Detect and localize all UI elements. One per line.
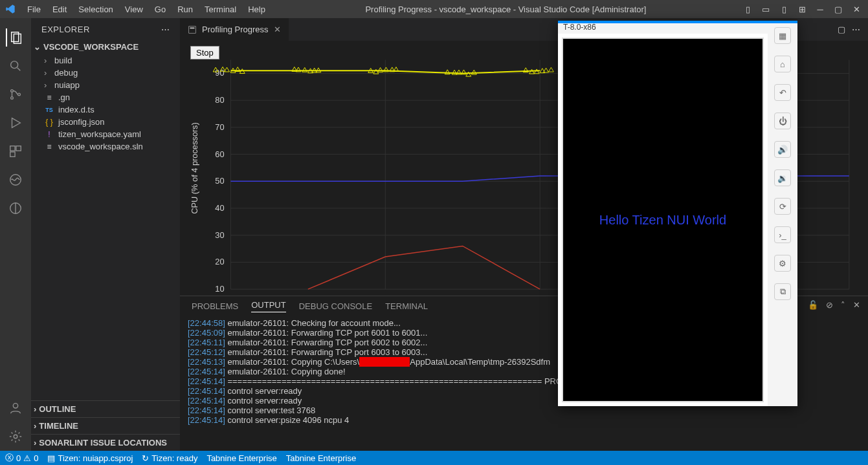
- status-tabnine-1[interactable]: Tabnine Enterprise: [206, 453, 276, 463]
- split-editor-icon[interactable]: ▢: [838, 25, 845, 34]
- clear-icon[interactable]: ⊘: [826, 300, 833, 310]
- activity-bar: [0, 18, 31, 451]
- status-tizen-project[interactable]: ▤ Tizen: nuiapp.csproj: [47, 453, 133, 463]
- panel-tab-output[interactable]: OUTPUT: [251, 300, 285, 312]
- file-item[interactable]: { }jsconfig.json: [31, 116, 180, 128]
- rotate-icon[interactable]: ⟳: [774, 198, 791, 215]
- outline-section[interactable]: OUTLINE: [31, 400, 180, 417]
- volume-down-icon[interactable]: 🔉: [774, 169, 791, 186]
- minimize-icon[interactable]: ─: [814, 3, 827, 16]
- menu-edit[interactable]: Edit: [47, 2, 72, 17]
- file-label: vscode_workspace.sln: [58, 142, 143, 151]
- sidebar: EXPLORER ⋯ VSCODE_WORKSPACE ›build ›debu…: [31, 18, 180, 451]
- section-label: OUTLINE: [39, 404, 76, 414]
- extensions-icon[interactable]: [6, 142, 25, 160]
- status-bar: ⓧ 0 ⚠ 0 ▤ Tizen: nuiapp.csproj ↻ Tizen: …: [0, 451, 868, 465]
- close-icon[interactable]: ✕: [853, 300, 860, 310]
- emulator-window[interactable]: T-8.0-x86 Hello Tizen NUI World ▦ ⌂ ↶ ⏻ …: [558, 21, 797, 406]
- layout-toggle-left-icon[interactable]: ▯: [741, 3, 754, 16]
- section-label: SONARLINT ISSUE LOCATIONS: [39, 438, 167, 448]
- menu-run[interactable]: Run: [172, 2, 198, 17]
- run-debug-icon[interactable]: [6, 114, 25, 132]
- main-menu: File Edit Selection View Go Run Terminal…: [22, 2, 271, 17]
- panel-tab-problems[interactable]: PROBLEMS: [192, 301, 238, 311]
- maximize-icon[interactable]: ▢: [832, 3, 845, 16]
- file-icon: ≡: [44, 93, 54, 102]
- search-icon[interactable]: [6, 57, 25, 75]
- chevron-right-icon: [34, 438, 36, 448]
- tab-label: Profiling Progress: [202, 25, 269, 34]
- menu-selection[interactable]: Selection: [73, 2, 118, 17]
- error-count: 0: [16, 453, 21, 463]
- yaml-icon: !: [44, 130, 54, 139]
- account-icon[interactable]: [6, 399, 25, 417]
- sonarlint-section[interactable]: SONARLINT ISSUE LOCATIONS: [31, 434, 180, 451]
- svg-point-12: [14, 435, 17, 438]
- volume-up-icon[interactable]: 🔊: [774, 141, 791, 158]
- svg-rect-14: [190, 27, 195, 28]
- panel-tab-terminal[interactable]: TERMINAL: [385, 301, 428, 311]
- timeline-section[interactable]: TIMELINE: [31, 417, 180, 434]
- file-label: nuiapp: [54, 80, 80, 90]
- svg-point-3: [11, 90, 14, 92]
- chevron-right-icon: ›: [44, 68, 50, 78]
- tizen-icon[interactable]: [6, 199, 25, 217]
- home-icon[interactable]: ⌂: [774, 56, 791, 72]
- controls-icon[interactable]: ⚙: [774, 255, 791, 272]
- status-errors[interactable]: ⓧ 0 ⚠ 0: [5, 452, 38, 464]
- explorer-icon[interactable]: [6, 28, 24, 47]
- workspace-section[interactable]: VSCODE_WORKSPACE: [31, 41, 180, 53]
- svg-rect-7: [16, 146, 21, 151]
- menu-go[interactable]: Go: [150, 2, 171, 17]
- file-item[interactable]: ›build: [31, 54, 180, 67]
- chevron-up-icon[interactable]: ˄: [841, 300, 845, 310]
- chevron-right-icon: ›: [44, 80, 50, 90]
- sonarlint-icon[interactable]: [6, 171, 25, 189]
- settings-gear-icon[interactable]: [6, 427, 25, 446]
- source-control-icon[interactable]: [6, 85, 25, 103]
- menu-view[interactable]: View: [120, 2, 148, 17]
- layout-toggle-right-icon[interactable]: ▯: [777, 3, 790, 16]
- window-controls: ▯ ▭ ▯ ⊞ ─ ▢ ✕: [741, 3, 863, 16]
- chevron-right-icon: [34, 404, 36, 414]
- file-item[interactable]: ›nuiapp: [31, 79, 180, 91]
- chevron-down-icon: [34, 42, 41, 52]
- layout-grid-icon[interactable]: ⊞: [796, 3, 808, 16]
- tab-profiling-progress[interactable]: Profiling Progress ✕: [180, 18, 289, 41]
- panel-tab-debug-console[interactable]: DEBUG CONSOLE: [299, 301, 372, 311]
- sidebar-more-icon[interactable]: ⋯: [161, 25, 170, 34]
- close-icon[interactable]: ✕: [850, 3, 863, 16]
- warning-count: 0: [34, 453, 38, 463]
- file-label: debug: [54, 68, 78, 78]
- more-icon[interactable]: ⋯: [852, 25, 860, 34]
- status-tabnine-2[interactable]: Tabnine Enterprise: [286, 453, 356, 463]
- close-icon[interactable]: ✕: [274, 25, 281, 34]
- file-item[interactable]: !tizen_workspace.yaml: [31, 128, 180, 140]
- svg-rect-8: [10, 152, 15, 157]
- status-tizen-ready[interactable]: ↻ Tizen: ready: [142, 453, 197, 463]
- menu-file[interactable]: File: [22, 2, 46, 17]
- emulator-screen[interactable]: Hello Tizen NUI World: [562, 38, 764, 402]
- file-item[interactable]: TSindex.d.ts: [31, 103, 180, 116]
- file-tree: ›build ›debug ›nuiapp ≡.gn TSindex.d.ts …: [31, 53, 180, 400]
- apps-grid-icon[interactable]: ▦: [774, 27, 791, 44]
- menu-terminal[interactable]: Terminal: [199, 2, 241, 17]
- emulator-titlebar-accent: [558, 21, 797, 23]
- file-item[interactable]: ›debug: [31, 67, 180, 79]
- screenshot-icon[interactable]: ⧉: [774, 283, 791, 300]
- chevron-right-icon: ›: [44, 56, 50, 65]
- layout-toggle-bottom-icon[interactable]: ▭: [759, 3, 772, 16]
- file-item[interactable]: ≡vscode_workspace.sln: [31, 140, 180, 153]
- svg-text:90: 90: [215, 68, 224, 78]
- svg-rect-13: [189, 26, 196, 33]
- shell-icon[interactable]: ›_: [774, 226, 791, 243]
- panel-tools: 🔓 ⊘ ˄ ✕: [808, 300, 860, 310]
- stop-button[interactable]: Stop: [190, 46, 219, 59]
- menu-help[interactable]: Help: [243, 2, 271, 17]
- back-icon[interactable]: ↶: [774, 84, 791, 101]
- power-icon[interactable]: ⏻: [774, 113, 791, 129]
- file-item[interactable]: ≡.gn: [31, 91, 180, 103]
- sln-icon: ≡: [44, 142, 54, 151]
- lock-icon[interactable]: 🔓: [808, 300, 818, 310]
- svg-text:30: 30: [215, 230, 224, 240]
